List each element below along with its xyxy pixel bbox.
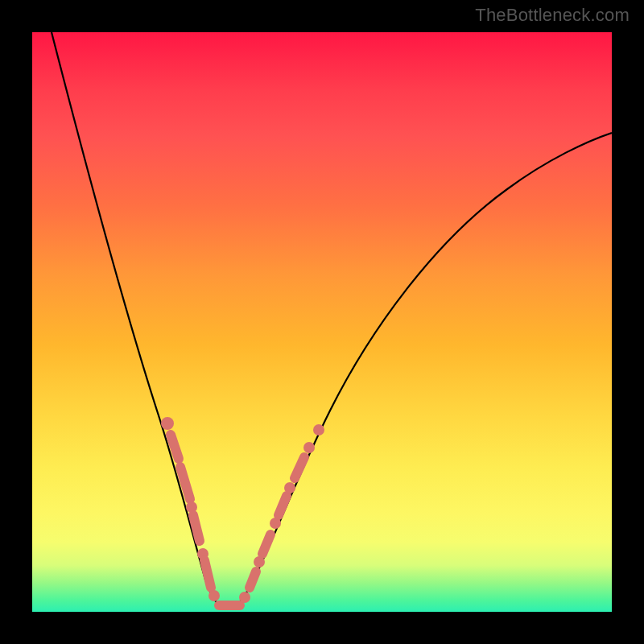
svg-point-17 — [303, 442, 315, 453]
svg-point-7 — [208, 590, 220, 601]
svg-point-9 — [239, 592, 250, 603]
curve-path — [52, 32, 612, 609]
bottleneck-curve — [32, 32, 612, 612]
svg-line-12 — [262, 535, 270, 554]
svg-line-6 — [204, 560, 211, 588]
svg-line-14 — [279, 496, 287, 515]
svg-line-16 — [295, 457, 304, 478]
right-highlight-cluster — [239, 424, 324, 603]
chart-frame: TheBottleneck.com — [0, 0, 644, 644]
svg-point-15 — [284, 482, 295, 493]
plot-area — [32, 32, 612, 612]
svg-line-10 — [250, 572, 256, 588]
svg-line-4 — [193, 515, 200, 541]
left-highlight-cluster — [161, 417, 220, 601]
svg-point-0 — [161, 417, 174, 430]
svg-point-18 — [313, 424, 324, 436]
svg-line-1 — [171, 435, 179, 459]
watermark-text: TheBottleneck.com — [475, 5, 630, 26]
